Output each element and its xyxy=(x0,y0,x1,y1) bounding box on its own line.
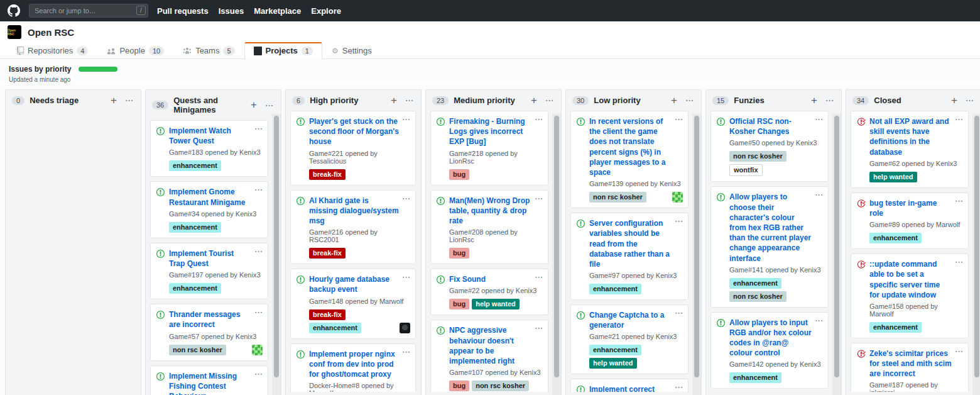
issue-label[interactable]: enhancement xyxy=(729,372,781,383)
issue-title[interactable]: Implement Watch Tower Quest xyxy=(169,126,261,146)
column-menu-button[interactable]: ⋯ xyxy=(824,96,835,105)
issue-title[interactable]: Fix Sound xyxy=(449,274,542,284)
add-card-button[interactable]: + xyxy=(529,97,539,104)
card-menu-button[interactable]: ⋯ xyxy=(955,257,963,267)
issue-label[interactable]: non rsc kosher xyxy=(729,291,787,302)
card-menu-button[interactable]: ⋯ xyxy=(402,194,410,203)
org-name[interactable]: Open RSC xyxy=(28,27,74,38)
card-menu-button[interactable]: ⋯ xyxy=(815,114,823,124)
column-scrollbar[interactable] xyxy=(272,114,281,395)
column-menu-button[interactable]: ⋯ xyxy=(544,96,555,105)
card-menu-button[interactable]: ⋯ xyxy=(254,369,263,379)
issue-title[interactable]: Implement proper nginx conf from dev int… xyxy=(309,349,409,380)
issue-card[interactable]: Thrander messages are incorrectGame#57 o… xyxy=(150,304,268,360)
issue-card[interactable]: Fix SoundGame#22 opened by Kenix3bughelp… xyxy=(430,269,548,315)
issue-card[interactable]: Al Kharid gate is missing dialogue/syste… xyxy=(290,190,416,265)
issue-label[interactable]: enhancement xyxy=(169,283,221,294)
issue-label[interactable]: bug xyxy=(449,381,469,391)
org-avatar[interactable]: Open RSC xyxy=(8,25,21,39)
issue-title[interactable]: NPC aggressive behaviour doesn't appear … xyxy=(449,325,542,366)
issue-card[interactable]: bug tester in-game roleGame#89 opened by… xyxy=(851,192,969,249)
issue-title[interactable]: Not all EXP award and skill events have … xyxy=(869,116,962,157)
card-menu-button[interactable]: ⋯ xyxy=(535,114,543,124)
issue-label[interactable]: non rsc kosher xyxy=(472,381,529,391)
issue-title[interactable]: Server configuration variables should be… xyxy=(589,218,682,269)
issue-title[interactable]: Implement Missing Fishing Contest Behavi… xyxy=(169,371,261,395)
card-menu-button[interactable]: ⋯ xyxy=(402,272,410,282)
issue-card[interactable]: Hourly game database backup eventGame#14… xyxy=(290,269,416,338)
scrollbar-thumb[interactable] xyxy=(974,116,979,377)
card-menu-button[interactable]: ⋯ xyxy=(254,308,263,317)
issue-title[interactable]: In recent versions of the client the gam… xyxy=(589,116,682,177)
issue-label[interactable]: break-fix xyxy=(309,169,346,180)
issue-title[interactable]: Implement correct adding/removing friend… xyxy=(589,384,682,392)
tab-projects[interactable]: Projects 1 xyxy=(244,42,322,59)
issue-label[interactable]: wontfix xyxy=(729,164,763,176)
issue-card[interactable]: Server configuration variables should be… xyxy=(570,213,689,300)
column-menu-button[interactable]: ⋯ xyxy=(124,96,134,105)
column-menu-button[interactable]: ⋯ xyxy=(964,96,975,105)
card-menu-button[interactable]: ⋯ xyxy=(535,272,543,282)
issue-label[interactable]: enhancement xyxy=(309,323,361,333)
issue-card[interactable]: Man(Men) Wrong Drop table, quantity & dr… xyxy=(430,190,548,265)
column-menu-button[interactable]: ⋯ xyxy=(404,96,415,105)
add-card-button[interactable]: + xyxy=(389,97,399,104)
add-card-button[interactable]: + xyxy=(809,97,819,104)
issue-card[interactable]: ::update command able to be set a specif… xyxy=(851,253,969,338)
nav-issues[interactable]: Issues xyxy=(219,6,244,16)
issue-label[interactable]: bug xyxy=(449,248,469,259)
issue-label[interactable]: bug xyxy=(449,169,469,180)
tab-settings[interactable]: ⚙ Settings xyxy=(322,43,381,58)
project-title[interactable]: Issues by priority xyxy=(9,65,71,74)
card-menu-button[interactable]: ⋯ xyxy=(955,114,963,124)
issue-label[interactable]: enhancement xyxy=(729,278,781,289)
card-menu-button[interactable]: ⋯ xyxy=(535,323,543,333)
issue-label[interactable]: non rsc kosher xyxy=(589,192,646,203)
issue-card[interactable]: NPC aggressive behaviour doesn't appear … xyxy=(430,320,548,392)
issue-label[interactable]: non rsc kosher xyxy=(729,151,787,162)
card-menu-button[interactable]: ⋯ xyxy=(675,216,683,226)
column-scrollbar[interactable] xyxy=(832,114,841,395)
issue-title[interactable]: Allow players to input RGB and/or hex co… xyxy=(729,318,822,359)
add-card-button[interactable]: + xyxy=(949,97,959,104)
issue-card[interactable]: Implement Gnome Restaurant MinigameGame#… xyxy=(150,181,268,238)
scrollbar-thumb[interactable] xyxy=(694,116,699,377)
scrollbar-thumb[interactable] xyxy=(554,116,559,377)
issue-card[interactable]: Implement correct adding/removing friend… xyxy=(570,379,689,392)
issue-card[interactable]: Implement Missing Fishing Contest Behavi… xyxy=(150,365,268,395)
tab-repositories[interactable]: Repositories 4 xyxy=(8,43,97,58)
issue-title[interactable]: Man(Men) Wrong Drop table, quantity & dr… xyxy=(449,196,542,226)
add-card-button[interactable]: + xyxy=(249,101,259,109)
issue-label[interactable]: break-fix xyxy=(309,248,346,259)
column-scrollbar[interactable] xyxy=(552,114,561,395)
issue-card[interactable]: Player's get stuck on the second floor o… xyxy=(290,111,416,186)
issue-card[interactable]: Allow players to choose their character'… xyxy=(710,186,829,307)
card-menu-button[interactable]: ⋯ xyxy=(402,347,410,357)
issue-title[interactable]: Change Captcha to a generator xyxy=(589,310,682,330)
issue-title[interactable]: Al Kharid gate is missing dialogue/syste… xyxy=(309,196,409,226)
issue-card[interactable]: Implement Tourist Trap QuestGame#197 ope… xyxy=(150,243,268,299)
issue-label[interactable]: bug xyxy=(449,299,469,309)
issue-title[interactable]: Firemaking - Burning Logs gives incorrec… xyxy=(449,116,542,147)
card-menu-button[interactable]: ⋯ xyxy=(402,114,410,124)
issue-title[interactable]: Implement Tourist Trap Quest xyxy=(169,248,261,269)
issue-label[interactable]: enhancement xyxy=(869,233,922,243)
nav-explore[interactable]: Explore xyxy=(311,6,341,16)
issue-label[interactable]: help wanted xyxy=(472,299,520,309)
card-menu-button[interactable]: ⋯ xyxy=(535,194,543,203)
column-menu-button[interactable]: ⋯ xyxy=(264,101,275,110)
card-menu-button[interactable]: ⋯ xyxy=(955,347,963,356)
tab-people[interactable]: People 10 xyxy=(97,43,173,58)
card-menu-button[interactable]: ⋯ xyxy=(675,308,683,318)
card-menu-button[interactable]: ⋯ xyxy=(815,190,823,199)
issue-label[interactable]: break-fix xyxy=(309,309,346,320)
card-menu-button[interactable]: ⋯ xyxy=(254,247,263,256)
issue-label[interactable]: enhancement xyxy=(589,345,641,355)
card-menu-button[interactable]: ⋯ xyxy=(254,124,263,133)
issue-title[interactable]: ::update command able to be set a specif… xyxy=(869,259,962,300)
issue-title[interactable]: Hourly game database backup event xyxy=(309,274,409,294)
tab-teams[interactable]: Teams 5 xyxy=(173,43,244,58)
issue-card[interactable]: Change Captcha to a generatorGame#21 ope… xyxy=(570,304,689,374)
issue-card[interactable]: In recent versions of the client the gam… xyxy=(570,111,689,208)
issue-title[interactable]: bug tester in-game role xyxy=(869,198,962,218)
